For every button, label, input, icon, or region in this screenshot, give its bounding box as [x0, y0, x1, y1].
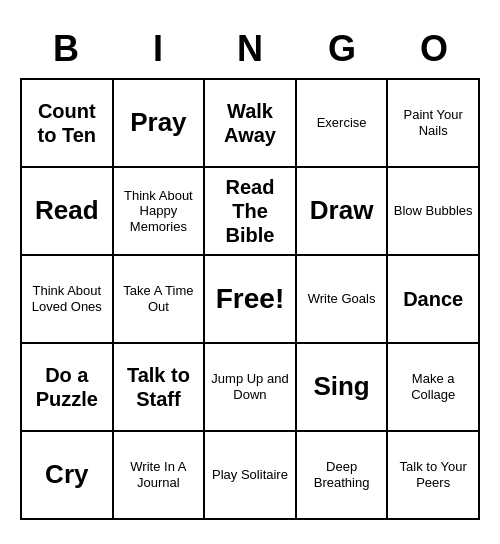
- bingo-cell: Play Solitaire: [205, 432, 297, 520]
- cell-text: Deep Breathing: [301, 459, 383, 490]
- bingo-cell: Walk Away: [205, 80, 297, 168]
- cell-text: Pray: [130, 107, 186, 138]
- cell-text: Draw: [310, 195, 374, 226]
- cell-text: Count to Ten: [26, 99, 108, 147]
- bingo-cell: Dance: [388, 256, 480, 344]
- header-letter: O: [388, 24, 480, 74]
- cell-text: Paint Your Nails: [392, 107, 474, 138]
- bingo-cell: Make a Collage: [388, 344, 480, 432]
- cell-text: Play Solitaire: [212, 467, 288, 483]
- bingo-cell: Free!: [205, 256, 297, 344]
- cell-text: Write Goals: [308, 291, 376, 307]
- cell-text: Talk to Your Peers: [392, 459, 474, 490]
- cell-text: Read The Bible: [209, 175, 291, 247]
- cell-text: Make a Collage: [392, 371, 474, 402]
- header-letter: B: [20, 24, 112, 74]
- cell-text: Blow Bubbles: [394, 203, 473, 219]
- cell-text: Read: [35, 195, 99, 226]
- cell-text: Think About Happy Memories: [118, 188, 200, 235]
- cell-text: Sing: [313, 371, 369, 402]
- cell-text: Cry: [45, 459, 88, 490]
- bingo-cell: Exercise: [297, 80, 389, 168]
- bingo-cell: Read The Bible: [205, 168, 297, 256]
- cell-text: Think About Loved Ones: [26, 283, 108, 314]
- cell-text: Talk to Staff: [118, 363, 200, 411]
- cell-text: Jump Up and Down: [209, 371, 291, 402]
- bingo-header: BINGO: [20, 24, 480, 74]
- bingo-cell: Draw: [297, 168, 389, 256]
- cell-text: Exercise: [317, 115, 367, 131]
- bingo-cell: Cry: [22, 432, 114, 520]
- cell-text: Dance: [403, 287, 463, 311]
- header-letter: I: [112, 24, 204, 74]
- bingo-cell: Do a Puzzle: [22, 344, 114, 432]
- bingo-cell: Blow Bubbles: [388, 168, 480, 256]
- bingo-cell: Talk to Staff: [114, 344, 206, 432]
- bingo-cell: Think About Happy Memories: [114, 168, 206, 256]
- cell-text: Do a Puzzle: [26, 363, 108, 411]
- bingo-cell: Talk to Your Peers: [388, 432, 480, 520]
- bingo-cell: Read: [22, 168, 114, 256]
- bingo-cell: Write Goals: [297, 256, 389, 344]
- bingo-grid: Count to TenPrayWalk AwayExercisePaint Y…: [20, 78, 480, 520]
- bingo-cell: Take A Time Out: [114, 256, 206, 344]
- bingo-cell: Count to Ten: [22, 80, 114, 168]
- bingo-card: BINGO Count to TenPrayWalk AwayExerciseP…: [10, 14, 490, 530]
- bingo-cell: Sing: [297, 344, 389, 432]
- bingo-cell: Deep Breathing: [297, 432, 389, 520]
- header-letter: N: [204, 24, 296, 74]
- cell-text: Free!: [216, 282, 284, 316]
- bingo-cell: Jump Up and Down: [205, 344, 297, 432]
- cell-text: Walk Away: [209, 99, 291, 147]
- header-letter: G: [296, 24, 388, 74]
- bingo-cell: Think About Loved Ones: [22, 256, 114, 344]
- bingo-cell: Paint Your Nails: [388, 80, 480, 168]
- bingo-cell: Pray: [114, 80, 206, 168]
- cell-text: Take A Time Out: [118, 283, 200, 314]
- cell-text: Write In A Journal: [118, 459, 200, 490]
- bingo-cell: Write In A Journal: [114, 432, 206, 520]
